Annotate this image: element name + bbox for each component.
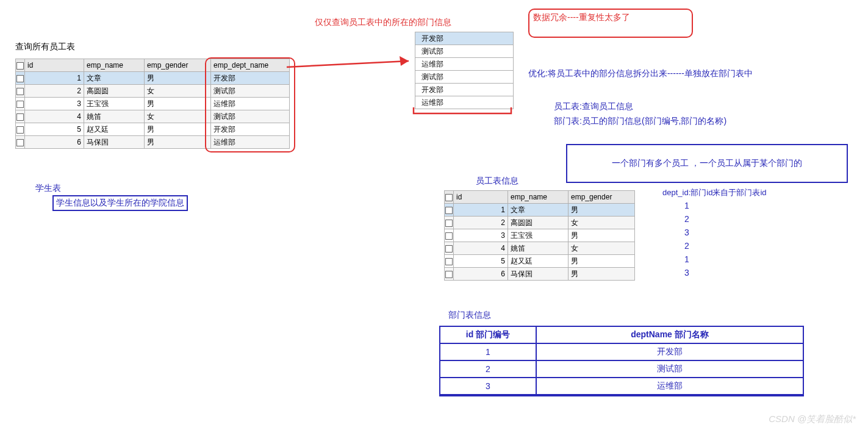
table-row: 6马保国男运维部 [16,136,290,149]
table-header-row: id emp_name emp_gender [445,191,635,204]
deptid-item: 1 [684,253,689,266]
table-row: 6马保国男 [445,268,635,281]
title-emp-info: 员工表信息 [476,176,518,187]
svg-marker-1 [400,56,409,66]
watermark: CSDN @笑着脸酷似* [769,414,856,425]
label-query-dept: 仅仅查询员工表中的所在的部门信息 [315,17,451,28]
table-row: 3王宝强男 [445,229,635,242]
text-emp-desc: 员工表:查询员工信息 [554,101,633,112]
table-row: 1开发部 [440,343,803,360]
table-row: 2高圆圆女测试部 [16,85,290,98]
text-deptid-note: dept_id:部门id来自于部门表id [662,187,767,198]
table-row: 运维部 [415,58,514,71]
deptid-item: 2 [684,212,689,226]
title-query-all: 查询所有员工表 [15,41,75,52]
table-row: 4姚笛女测试部 [16,110,290,123]
table-row: 3运维部 [440,378,803,395]
emp-table-2: id emp_name emp_gender 1文章男2高圆圆女3王宝强男4姚笛… [444,190,635,281]
box-redundant: 数据冗余----重复性太多了 [528,9,693,38]
arrow-icon [281,43,421,79]
table-row: 2测试部 [440,360,803,378]
text-dept-desc: 部门表:员工的部门信息(部门编号,部门的名称) [554,116,726,127]
text-relation: 一个部门有多个员工 ，一个员工从属于某个部门的 [612,158,802,169]
deptid-list: 123213 [684,199,689,279]
red-bracket-icon [412,106,516,116]
title-student-table: 学生表 [35,183,61,194]
table-row: 5赵又廷男开发部 [16,123,290,136]
table-row: 测试部 [415,45,514,58]
table-header-row: id 部门编号 deptName 部门名称 [440,327,803,343]
deptid-item: 1 [684,199,689,212]
dept-only-table: 开发部测试部运维部测试部开发部运维部 [415,32,514,109]
table-row: 开发部 [415,84,514,96]
table-row: 4姚笛女 [445,242,635,255]
table-row: 1文章男开发部 [16,72,290,85]
text-student-info: 学生信息以及学生所在的学院信息 [56,198,184,207]
text-redundant: 数据冗余----重复性太多了 [533,12,630,22]
deptid-item: 2 [684,239,689,253]
box-relation: 一个部门有多个员工 ，一个员工从属于某个部门的 [566,144,848,183]
text-optimize: 优化:将员工表中的部分信息拆分出来------单独放在部门表中 [528,68,753,79]
table-row: 1文章男 [445,204,635,217]
deptid-item: 3 [684,266,689,279]
svg-line-0 [287,61,409,67]
dept-table: id 部门编号 deptName 部门名称 1开发部2测试部3运维部 [439,326,804,396]
table-header-row: id emp_name emp_gender emp_dept_name [16,59,290,72]
box-student-info: 学生信息以及学生所在的学院信息 [52,195,188,211]
table-row: 测试部 [415,71,514,84]
table-row: 5赵又廷男 [445,255,635,268]
table-row: 3王宝强男运维部 [16,98,290,110]
table-row: 开发部 [415,32,514,45]
deptid-item: 3 [684,226,689,239]
emp-table: id emp_name emp_gender emp_dept_name 1文章… [15,59,290,149]
table-row: 2高圆圆女 [445,217,635,229]
title-dept-info: 部门表信息 [448,310,491,321]
